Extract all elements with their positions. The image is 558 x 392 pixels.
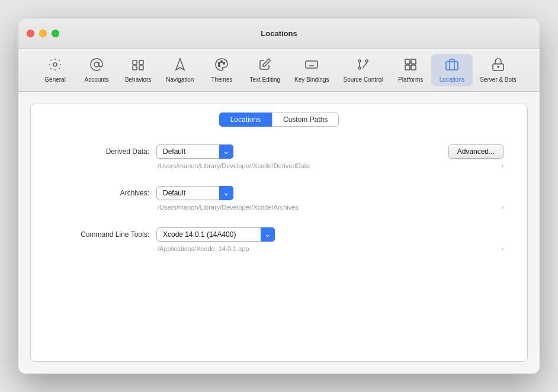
- sourcecontrol-icon: [356, 57, 370, 74]
- commandlinetools-select-wrapper: Xcode 14.0.1 (14A400): [156, 227, 275, 242]
- locations-icon: [445, 57, 459, 74]
- settings-panel: Locations Custom Paths Derived Data: Def…: [30, 104, 528, 362]
- svg-point-1: [94, 62, 99, 67]
- toolbar-item-platforms[interactable]: Platforms: [390, 54, 431, 86]
- main-content: Locations Custom Paths Derived Data: Def…: [18, 92, 540, 374]
- svg-rect-17: [405, 65, 410, 70]
- toolbar-item-general-label: General: [44, 76, 66, 83]
- toolbar-item-keybindings[interactable]: Key Bindings: [287, 54, 336, 86]
- archives-path-text: /Users/marion/Library/Developer/Xcode/Ar…: [158, 204, 499, 211]
- svg-marker-6: [176, 59, 184, 70]
- toolbar-item-sourcecontrol-label: Source Control: [343, 76, 383, 83]
- close-button[interactable]: [27, 30, 34, 37]
- gear-icon: [48, 57, 62, 74]
- commandlinetools-main: Command Line Tools: Xcode 14.0.1 (14A400…: [54, 227, 504, 242]
- deriveddata-select-wrapper: Default Custom: [156, 144, 233, 159]
- keyboard-icon: [304, 57, 319, 74]
- svg-point-13: [365, 60, 368, 62]
- commandlinetools-label: Command Line Tools:: [54, 230, 149, 239]
- commandlinetools-path-arrow: ›: [502, 246, 504, 252]
- svg-point-8: [219, 63, 220, 65]
- maximize-button[interactable]: [52, 30, 59, 37]
- titlebar: Locations: [18, 18, 540, 49]
- toolbar-item-platforms-label: Platforms: [398, 76, 423, 83]
- svg-point-20: [498, 66, 499, 68]
- svg-point-10: [223, 63, 225, 65]
- tab-locations[interactable]: Locations: [219, 113, 272, 127]
- toolbar-item-themes[interactable]: Themes: [201, 54, 242, 86]
- archives-path: /Users/marion/Library/Developer/Xcode/Ar…: [158, 204, 504, 211]
- commandlinetools-path-text: /Applications/Xcode_14.0.1.app: [158, 245, 499, 252]
- behaviors-icon: [131, 57, 145, 74]
- toolbar-item-sourcecontrol[interactable]: Source Control: [336, 54, 390, 86]
- toolbar-item-accounts-label: Accounts: [85, 76, 109, 83]
- archives-select-wrapper: Default Custom: [156, 186, 233, 200]
- panel-tabs: Locations Custom Paths: [31, 104, 527, 133]
- svg-point-9: [221, 61, 223, 63]
- commandlinetools-row: Command Line Tools: Xcode 14.0.1 (14A400…: [54, 227, 504, 252]
- main-window: Locations General Accounts: [18, 18, 540, 374]
- svg-rect-5: [139, 66, 143, 70]
- archives-main: Archives: Default Custom: [54, 186, 504, 200]
- svg-rect-18: [411, 65, 416, 70]
- deriveddata-label: Derived Data:: [54, 147, 149, 156]
- toolbar-item-locations[interactable]: Locations: [431, 54, 473, 86]
- toolbar-item-serverbots-label: Server & Bots: [480, 76, 517, 83]
- at-icon: [89, 57, 104, 74]
- svg-point-7: [219, 65, 220, 67]
- navigation-icon: [173, 57, 187, 74]
- platforms-icon: [403, 57, 418, 74]
- toolbar-item-accounts[interactable]: Accounts: [76, 54, 117, 86]
- svg-point-0: [53, 63, 57, 66]
- toolbar-item-locations-label: Locations: [440, 76, 465, 83]
- traffic-lights: [27, 30, 59, 37]
- deriveddata-path-text: /Users/marion/Library/Developer/Xcode/De…: [158, 162, 499, 169]
- toolbar-item-textediting[interactable]: Text Editing: [242, 54, 287, 86]
- window-title: Locations: [261, 29, 297, 38]
- svg-rect-4: [133, 66, 137, 70]
- deriveddata-main: Derived Data: Default Custom Advanced...: [54, 144, 504, 159]
- archives-row: Archives: Default Custom /Users/marion/L…: [54, 186, 504, 211]
- svg-rect-3: [139, 60, 143, 65]
- toolbar-item-behaviors[interactable]: Behaviors: [117, 54, 159, 86]
- form-content: Derived Data: Default Custom Advanced...: [31, 133, 527, 264]
- tab-custompaths[interactable]: Custom Paths: [272, 113, 339, 127]
- svg-rect-2: [133, 60, 137, 65]
- svg-point-12: [358, 67, 361, 69]
- advanced-button[interactable]: Advanced...: [448, 144, 504, 159]
- minimize-button[interactable]: [39, 30, 47, 37]
- textediting-icon: [258, 57, 272, 74]
- deriveddata-path-arrow: ›: [502, 163, 504, 169]
- archives-path-arrow: ›: [502, 204, 504, 211]
- toolbar-item-general[interactable]: General: [34, 54, 76, 86]
- commandlinetools-select[interactable]: Xcode 14.0.1 (14A400): [156, 227, 275, 242]
- archives-label: Archives:: [54, 189, 149, 197]
- deriveddata-path: /Users/marion/Library/Developer/Xcode/De…: [158, 162, 504, 169]
- commandlinetools-path: /Applications/Xcode_14.0.1.app ›: [158, 245, 504, 252]
- toolbar: General Accounts Behaviors: [18, 49, 540, 92]
- svg-rect-16: [411, 59, 416, 64]
- svg-rect-15: [405, 59, 410, 64]
- themes-icon: [214, 57, 229, 74]
- toolbar-item-navigation-label: Navigation: [166, 76, 194, 83]
- toolbar-item-serverbots[interactable]: Server & Bots: [473, 54, 524, 86]
- svg-point-14: [358, 60, 361, 62]
- toolbar-item-behaviors-label: Behaviors: [125, 76, 151, 83]
- toolbar-item-textediting-label: Text Editing: [249, 76, 280, 83]
- toolbar-item-themes-label: Themes: [211, 76, 232, 83]
- archives-select[interactable]: Default Custom: [156, 186, 233, 200]
- toolbar-item-keybindings-label: Key Bindings: [294, 76, 329, 83]
- deriveddata-select[interactable]: Default Custom: [156, 144, 233, 159]
- toolbar-item-navigation[interactable]: Navigation: [159, 54, 201, 86]
- svg-rect-11: [306, 61, 318, 68]
- deriveddata-row: Derived Data: Default Custom Advanced...: [54, 144, 504, 169]
- serverbots-icon: [491, 57, 505, 74]
